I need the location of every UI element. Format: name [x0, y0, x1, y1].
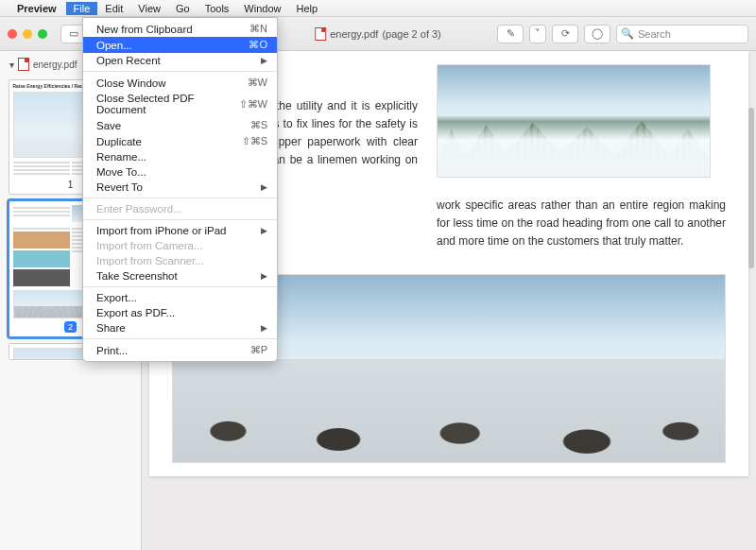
menu-item-close-window[interactable]: Close Window⌘W — [83, 75, 277, 91]
menu-item-shortcut: ⌘N — [249, 23, 267, 35]
menu-help[interactable]: Help — [288, 2, 325, 15]
menu-item-label: Import from iPhone or iPad — [96, 225, 226, 236]
menu-item-label: Rename... — [96, 151, 146, 163]
thumb-page-number: 2 — [64, 321, 77, 333]
menu-item-shortcut: ⌘W — [248, 77, 267, 89]
menu-separator — [83, 338, 277, 339]
menu-item-shortcut: ⇧⌘W — [239, 98, 267, 111]
menu-go[interactable]: Go — [168, 2, 198, 15]
menu-item-label: Enter Password... — [96, 203, 182, 215]
search-field[interactable]: 🔍 Search — [616, 25, 748, 43]
menu-item-label: Close Window — [96, 77, 166, 89]
minimize-window-button[interactable] — [23, 29, 32, 39]
pencil-icon: ✎ — [507, 27, 515, 40]
menu-item-enter-password: Enter Password... — [83, 201, 277, 216]
menu-file[interactable]: File — [66, 2, 98, 15]
person-icon: ◯ — [592, 27, 603, 40]
submenu-arrow-icon: ▶ — [261, 226, 267, 235]
menu-item-close-selected-pdf-document[interactable]: Close Selected PDF Document⇧⌘W — [83, 91, 277, 117]
menu-item-new-from-clipboard[interactable]: New from Clipboard⌘N — [83, 21, 277, 37]
menu-item-label: Share — [96, 322, 126, 334]
disclosure-triangle-icon[interactable]: ▾ — [9, 60, 14, 70]
submenu-arrow-icon: ▶ — [261, 271, 267, 281]
menu-item-share[interactable]: Share▶ — [83, 320, 277, 335]
close-window-button[interactable] — [8, 29, 17, 39]
menu-item-label: Duplicate — [96, 136, 142, 147]
pdf-icon — [315, 27, 326, 41]
menu-item-take-screenshot[interactable]: Take Screenshot▶ — [83, 268, 277, 284]
submenu-arrow-icon: ▶ — [261, 182, 267, 192]
macos-menubar: Preview File Edit View Go Tools Window H… — [0, 0, 756, 17]
menu-item-shortcut: ⌘S — [250, 119, 267, 131]
menu-item-import-from-camera: Import from Camera... — [83, 238, 277, 253]
menu-item-export[interactable]: Export... — [83, 290, 277, 305]
menu-item-print[interactable]: Print...⌘P — [83, 342, 277, 358]
menu-item-label: Open... — [96, 40, 132, 51]
menu-item-open[interactable]: Open...⌘O — [83, 37, 277, 53]
menu-item-label: Close Selected PDF Document — [96, 93, 239, 115]
menu-window[interactable]: Window — [236, 2, 288, 15]
window-title: energy.pdf (page 2 of 3) — [315, 27, 441, 41]
window-title-suffix: (page 2 of 3) — [382, 28, 440, 40]
menu-item-shortcut: ⌘P — [250, 344, 267, 356]
menu-item-label: Take Screenshot — [96, 270, 178, 282]
menu-item-label: Save — [96, 120, 121, 131]
menu-separator — [83, 286, 277, 287]
markup-button[interactable]: ✎ — [497, 25, 524, 43]
body-text-right: work specific areas rather than an entir… — [437, 197, 726, 251]
menu-item-label: Export... — [96, 292, 137, 303]
menu-item-import-from-scanner: Import from Scanner... — [83, 253, 277, 268]
menu-item-import-from-iphone-or-ipad[interactable]: Import from iPhone or iPad▶ — [83, 223, 277, 238]
menu-item-open-recent[interactable]: Open Recent▶ — [83, 53, 277, 68]
menu-separator — [83, 198, 277, 198]
article-photo-mountains — [437, 64, 711, 178]
vertical-scrollbar[interactable] — [748, 108, 754, 268]
menu-item-label: Import from Camera... — [96, 240, 202, 251]
menu-tools[interactable]: Tools — [198, 2, 237, 15]
menu-item-export-as-pdf[interactable]: Export as PDF... — [83, 305, 277, 320]
share-button[interactable]: ◯ — [584, 25, 610, 43]
menu-item-label: Print... — [96, 345, 128, 356]
menu-item-shortcut: ⌘O — [249, 39, 267, 51]
menu-edit[interactable]: Edit — [97, 2, 130, 15]
menu-item-label: Move To... — [96, 166, 146, 178]
menu-item-rename[interactable]: Rename... — [83, 149, 277, 164]
menu-view[interactable]: View — [130, 2, 168, 15]
menu-item-label: Revert To — [96, 181, 143, 193]
rotate-icon: ⟳ — [561, 27, 570, 40]
menu-item-label: Open Recent — [96, 55, 161, 66]
menu-item-move-to[interactable]: Move To... — [83, 164, 277, 180]
menu-separator — [83, 219, 277, 220]
rotate-button[interactable]: ⟳ — [552, 25, 578, 43]
pdf-icon — [18, 58, 29, 71]
sidebar-doc-name: energy.pdf — [33, 60, 77, 70]
window-title-name: energy.pdf — [330, 28, 378, 40]
menu-item-save[interactable]: Save⌘S — [83, 117, 277, 133]
app-name[interactable]: Preview — [17, 3, 57, 14]
menu-separator — [83, 71, 277, 72]
menu-item-label: Import from Scanner... — [96, 255, 204, 266]
zoom-window-button[interactable] — [38, 29, 47, 39]
menu-item-duplicate[interactable]: Duplicate⇧⌘S — [83, 133, 277, 149]
search-placeholder: Search — [638, 28, 671, 40]
traffic-lights — [8, 29, 47, 39]
menu-item-label: Export as PDF... — [96, 307, 175, 318]
markup-menu-button[interactable]: ˅ — [529, 25, 546, 43]
file-menu-dropdown: New from Clipboard⌘NOpen...⌘OOpen Recent… — [82, 17, 278, 362]
submenu-arrow-icon: ▶ — [261, 323, 267, 333]
submenu-arrow-icon: ▶ — [261, 56, 267, 65]
search-icon: 🔍 — [621, 27, 634, 40]
menu-item-revert-to[interactable]: Revert To▶ — [83, 180, 277, 195]
menu-item-label: New from Clipboard — [96, 24, 193, 35]
menu-item-shortcut: ⇧⌘S — [242, 135, 267, 147]
